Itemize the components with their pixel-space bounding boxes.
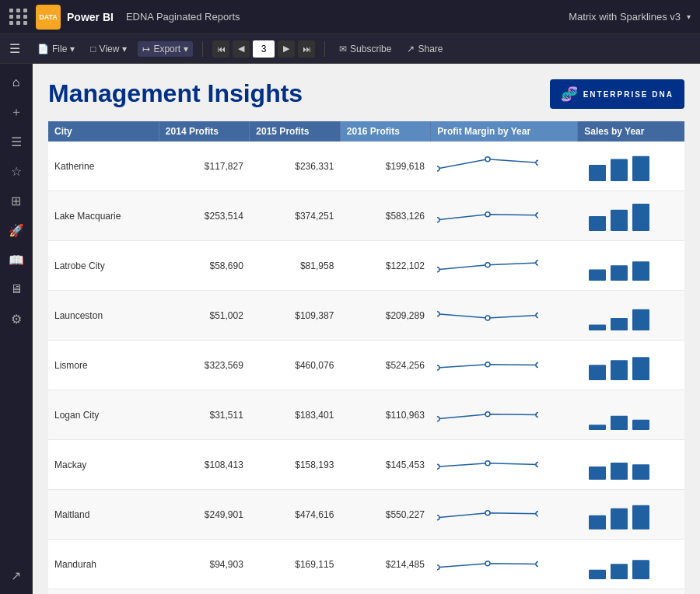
top-bar-right: Matrix with Sparklines v3 ▾ xyxy=(569,11,691,23)
cell-sparkline xyxy=(431,191,578,241)
cell-2014-profit: $94,903 xyxy=(159,540,249,589)
hamburger-icon[interactable]: ☰ xyxy=(9,41,20,56)
table-row: Launceston$51,002$109,387$209,289 xyxy=(48,291,684,341)
svg-point-44 xyxy=(536,511,538,515)
sidebar-add-icon[interactable]: ＋ xyxy=(4,100,29,124)
file-button[interactable]: 📄 File ▾ xyxy=(33,41,79,57)
svg-rect-52 xyxy=(611,564,628,579)
export-button[interactable]: ↦ Export ▾ xyxy=(138,41,193,57)
sidebar-apps-icon[interactable]: ⊞ xyxy=(4,188,29,213)
cell-city: Logan City xyxy=(48,390,159,440)
cell-2016-profit: $214,485 xyxy=(340,540,430,589)
header-profit-margin: Profit Margin by Year xyxy=(431,121,578,142)
cell-bar-chart xyxy=(578,142,684,191)
next-page-button[interactable]: ▶ xyxy=(278,40,295,58)
svg-rect-21 xyxy=(589,324,606,330)
share-button[interactable]: ↗ Share xyxy=(402,41,447,57)
svg-point-25 xyxy=(485,362,490,366)
table-row: Maitland$249,901$474,616$550,227 xyxy=(48,490,684,540)
apps-grid[interactable] xyxy=(9,9,28,25)
svg-rect-46 xyxy=(611,508,628,529)
cell-city: Maitland xyxy=(48,490,159,540)
cell-2016-profit: $550,227 xyxy=(340,490,430,540)
toolbar-separator2 xyxy=(324,41,325,57)
sidebar-expand-icon[interactable]: ↗ xyxy=(4,563,29,588)
first-page-button[interactable]: ⏮ xyxy=(212,40,229,58)
header-2015-profits: 2015 Profits xyxy=(250,121,340,142)
sidebar-monitor-icon[interactable]: 🖥 xyxy=(4,277,29,302)
subscribe-icon: ✉ xyxy=(339,44,347,54)
svg-point-50 xyxy=(536,561,538,566)
svg-point-0 xyxy=(437,166,439,171)
sidebar-learn-icon[interactable]: 🚀 xyxy=(4,218,29,243)
sidebar-settings-icon[interactable]: ⚙ xyxy=(4,306,29,331)
svg-point-19 xyxy=(485,316,490,320)
cell-2015-profit: $158,193 xyxy=(250,440,340,490)
cell-sparkline xyxy=(431,390,578,440)
cell-2016-profit: $583,126 xyxy=(340,191,430,241)
sparkline-svg xyxy=(437,247,538,282)
share-icon: ↗ xyxy=(407,44,415,54)
cell-city: Lake Macquarie xyxy=(48,191,159,241)
svg-rect-39 xyxy=(589,466,606,480)
cell-city: Mandurah xyxy=(48,540,159,589)
cell-city: Latrobe City xyxy=(48,241,159,291)
view-icon: □ xyxy=(90,44,96,54)
subscribe-button[interactable]: ✉ Subscribe xyxy=(334,41,396,57)
file-chevron: ▾ xyxy=(70,44,75,54)
bar-chart-svg xyxy=(584,295,654,334)
report-name: EDNA Paginated Reports xyxy=(126,11,240,23)
export-chevron: ▾ xyxy=(184,44,188,54)
cell-2015-profit: $474,616 xyxy=(250,490,340,540)
svg-point-49 xyxy=(485,561,490,565)
svg-point-42 xyxy=(437,515,439,519)
view-button[interactable]: □ View ▾ xyxy=(86,41,131,57)
sidebar-metrics-icon[interactable]: 📖 xyxy=(4,247,29,272)
brand-icon: DATA xyxy=(36,5,61,30)
cell-bar-chart xyxy=(578,540,684,589)
cell-bar-chart xyxy=(578,440,684,490)
bar-chart-svg xyxy=(584,344,654,383)
sidebar-home-icon[interactable]: ⌂ xyxy=(4,70,29,95)
enterprise-logo: 🧬 ENTERPRISE DNA xyxy=(550,79,684,109)
svg-rect-11 xyxy=(632,204,649,231)
cell-2014-profit: $253,514 xyxy=(159,191,249,241)
cell-sparkline xyxy=(431,589,578,595)
svg-point-18 xyxy=(437,311,439,316)
cell-2015-profit: $183,401 xyxy=(250,390,340,440)
svg-rect-10 xyxy=(611,210,628,231)
cell-2015-profit: $194,048 xyxy=(250,589,340,595)
top-bar: DATA Power BI EDNA Paginated Reports Mat… xyxy=(0,0,700,34)
export-icon: ↦ xyxy=(142,44,150,54)
svg-rect-16 xyxy=(611,265,628,281)
cell-city: Launceston xyxy=(48,291,159,341)
svg-point-36 xyxy=(437,464,439,469)
last-page-button[interactable]: ⏭ xyxy=(298,40,315,58)
svg-point-31 xyxy=(485,411,490,416)
cell-2014-profit: $117,827 xyxy=(159,142,249,191)
matrix-title: Matrix with Sparklines v3 xyxy=(569,11,681,23)
cell-2015-profit: $236,331 xyxy=(250,142,340,191)
sparkline-svg xyxy=(437,297,538,332)
report-header: Management Insights 🧬 ENTERPRISE DNA xyxy=(48,79,684,109)
prev-page-button[interactable]: ◀ xyxy=(233,40,250,58)
bar-chart-svg xyxy=(584,494,654,533)
header-2014-profits: 2014 Profits xyxy=(159,121,249,142)
bar-chart-svg xyxy=(584,444,654,483)
file-icon: 📄 xyxy=(37,44,49,54)
cell-sparkline xyxy=(431,341,578,390)
header-2016-profits: 2016 Profits xyxy=(340,121,430,142)
svg-rect-15 xyxy=(589,270,606,281)
sparkline-svg xyxy=(437,397,538,432)
cell-sparkline xyxy=(431,142,578,191)
cell-bar-chart xyxy=(578,291,684,341)
bar-chart-svg xyxy=(584,245,654,284)
cell-sparkline xyxy=(431,241,578,291)
chevron-down-icon[interactable]: ▾ xyxy=(687,12,691,21)
main-layout: ⌂ ＋ ☰ ☆ ⊞ 🚀 📖 🖥 ⚙ ↗ Management Insights … xyxy=(0,64,700,594)
cell-bar-chart xyxy=(578,341,684,390)
sidebar-reports-icon[interactable]: ☰ xyxy=(4,129,29,154)
svg-rect-53 xyxy=(632,560,649,579)
sidebar-star-icon[interactable]: ☆ xyxy=(4,159,29,183)
svg-rect-41 xyxy=(632,464,649,480)
